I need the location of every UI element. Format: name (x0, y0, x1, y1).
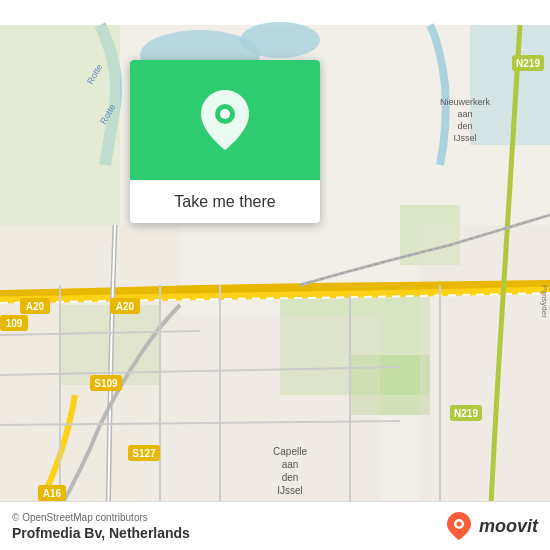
svg-text:den: den (457, 121, 472, 131)
card-map-section (130, 60, 320, 180)
svg-text:IJssel: IJssel (277, 485, 303, 496)
svg-text:N219: N219 (454, 408, 478, 419)
svg-point-2 (240, 22, 320, 58)
svg-text:A20: A20 (26, 301, 45, 312)
svg-text:aan: aan (282, 459, 299, 470)
svg-text:A20: A20 (116, 301, 135, 312)
svg-text:N219: N219 (516, 58, 540, 69)
svg-rect-4 (0, 25, 120, 225)
svg-text:aan: aan (457, 109, 472, 119)
svg-text:Capelle: Capelle (273, 446, 307, 457)
bottom-left: © OpenStreetMap contributors Profmedia B… (12, 512, 190, 541)
moovit-logo: moovit (443, 510, 538, 542)
svg-point-40 (220, 109, 230, 119)
moovit-icon (443, 510, 475, 542)
svg-text:Nieuwerkerk: Nieuwerkerk (440, 97, 491, 107)
svg-rect-3 (470, 25, 550, 145)
svg-text:Pijnsyder: Pijnsyder (540, 285, 549, 318)
location-card[interactable]: Take me there (130, 60, 320, 223)
svg-text:S127: S127 (132, 448, 156, 459)
svg-text:A16: A16 (43, 488, 62, 499)
moovit-text: moovit (479, 516, 538, 537)
location-name: Profmedia Bv, Netherlands (12, 525, 190, 541)
map-container: A20 S109 A20 109 S127 A16 N219 N219 Rott… (0, 0, 550, 550)
svg-text:109: 109 (6, 318, 23, 329)
svg-text:den: den (282, 472, 299, 483)
take-me-there-button[interactable]: Take me there (130, 180, 320, 223)
bottom-bar: © OpenStreetMap contributors Profmedia B… (0, 501, 550, 550)
map-pin-icon (201, 90, 249, 150)
attribution-text: © OpenStreetMap contributors (12, 512, 190, 523)
svg-text:S109: S109 (94, 378, 118, 389)
svg-text:IJssel: IJssel (453, 133, 476, 143)
svg-point-42 (456, 522, 461, 527)
